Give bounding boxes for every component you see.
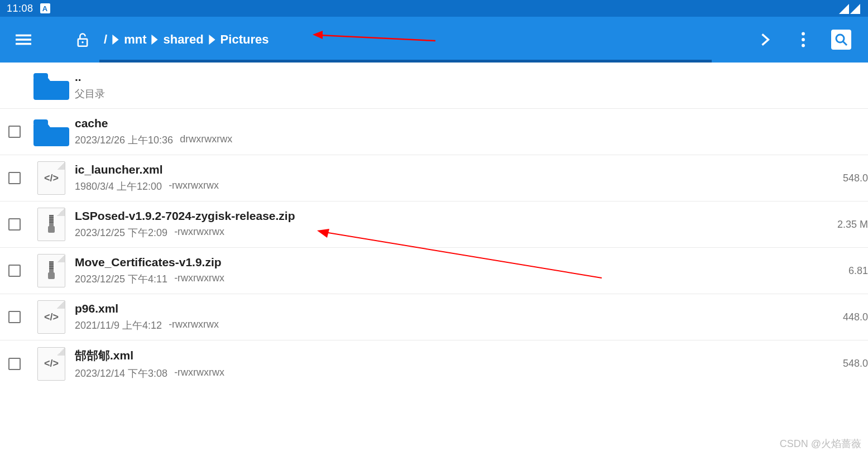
file-name: p96.xml	[75, 302, 829, 315]
file-size: 548.0	[829, 172, 868, 184]
file-perm: drwxrwxrwx	[180, 133, 232, 147]
search-icon	[835, 33, 848, 46]
lock-button[interactable]	[67, 24, 98, 55]
svg-point-13	[836, 35, 844, 42]
breadcrumb: / mnt shared Pictures	[104, 32, 268, 47]
svg-point-10	[802, 32, 805, 36]
svg-rect-16	[49, 215, 54, 216]
svg-marker-7	[113, 35, 119, 45]
status-keyboard-indicator: A	[40, 3, 50, 13]
list-item[interactable]: LSPosed-v1.9.2-7024-zygisk-release.zip 2…	[0, 201, 868, 248]
svg-rect-19	[49, 222, 54, 223]
checkbox[interactable]	[8, 358, 21, 370]
svg-marker-1	[850, 4, 860, 14]
chevron-right-icon	[208, 35, 216, 45]
status-right-icons	[839, 3, 861, 14]
file-date: 2023/12/14 下午3:08	[75, 367, 167, 380]
svg-rect-22	[49, 261, 54, 262]
breadcrumb-seg-pictures[interactable]: Pictures	[220, 32, 269, 47]
search-button[interactable]	[826, 24, 857, 55]
hamburger-icon	[16, 32, 31, 47]
list-item[interactable]: </> 郜郜郇.xml 2023/12/14 下午3:08 -rwxrwxrwx…	[0, 340, 868, 387]
file-list: .. 父目录 cache 2023/12/26 上午10:36 drwxrwxr…	[0, 63, 868, 387]
svg-rect-25	[49, 268, 54, 269]
parent-name: ..	[75, 70, 829, 84]
folder-icon	[33, 71, 69, 100]
file-name: ic_launcher.xml	[75, 163, 829, 176]
chevron-right-icon	[761, 33, 770, 46]
file-date: 2023/12/25 下午2:09	[75, 226, 167, 239]
file-name: LSPosed-v1.9.2-7024-zygisk-release.zip	[75, 209, 829, 223]
svg-rect-24	[49, 266, 54, 267]
xml-file-icon: </>	[37, 347, 65, 381]
svg-rect-18	[49, 219, 54, 220]
file-date: 2021/11/9 上午4:12	[75, 319, 162, 332]
breadcrumb-root[interactable]: /	[104, 32, 107, 47]
svg-rect-17	[49, 217, 54, 218]
toolbar-actions	[750, 24, 857, 55]
file-name: 郜郜郇.xml	[75, 348, 829, 363]
svg-marker-9	[209, 35, 215, 45]
file-name: Move_Certificates-v1.9.zip	[75, 256, 829, 269]
signal-icon	[839, 3, 861, 14]
more-vert-icon	[801, 32, 805, 47]
file-size: 448.0	[829, 311, 868, 323]
toolbar-underline	[99, 60, 712, 63]
watermark: CSDN @火焰蔷薇	[780, 437, 861, 450]
file-size: 2.35 M	[829, 219, 868, 231]
unlock-icon	[75, 31, 90, 48]
app-toolbar: / mnt shared Pictures	[0, 17, 868, 63]
svg-point-6	[81, 41, 84, 44]
file-perm: -rwxrwxrwx	[174, 367, 224, 380]
file-date: 2023/12/26 上午10:36	[75, 133, 173, 147]
status-time: 11:08	[7, 3, 33, 15]
breadcrumb-seg-mnt[interactable]: mnt	[124, 32, 146, 47]
xml-file-icon: </>	[37, 161, 65, 195]
list-item[interactable]: </> ic_launcher.xml 1980/3/4 上午12:00 -rw…	[0, 155, 868, 201]
checkbox[interactable]	[8, 218, 21, 231]
zip-file-icon	[37, 254, 65, 287]
parent-row[interactable]: .. 父目录	[0, 63, 868, 109]
file-name: cache	[75, 117, 829, 130]
file-perm: -rwxrwxrwx	[174, 272, 224, 286]
file-size: 548.0	[829, 358, 868, 369]
svg-marker-8	[152, 35, 158, 45]
list-item[interactable]: </> p96.xml 2021/11/9 上午4:12 -rwxrwxrwx …	[0, 294, 868, 340]
chevron-right-icon	[151, 35, 159, 45]
svg-rect-20	[48, 226, 55, 233]
file-perm: -rwxrwxrwx	[169, 319, 219, 332]
folder-icon	[33, 117, 69, 146]
svg-rect-2	[16, 35, 31, 36]
menu-button[interactable]	[8, 24, 39, 55]
list-item[interactable]: cache 2023/12/26 上午10:36 drwxrwxrwx	[0, 109, 868, 155]
more-button[interactable]	[788, 24, 819, 55]
svg-rect-3	[16, 39, 31, 41]
svg-rect-26	[48, 272, 55, 279]
svg-point-12	[802, 44, 805, 47]
xml-file-icon: </>	[37, 300, 65, 334]
checkbox[interactable]	[8, 126, 21, 138]
checkbox[interactable]	[8, 311, 21, 323]
zip-file-icon	[37, 208, 65, 241]
file-perm: -rwxrwxrwx	[174, 226, 224, 239]
svg-marker-0	[839, 4, 849, 14]
checkbox[interactable]	[8, 265, 21, 277]
forward-button[interactable]	[750, 24, 781, 55]
svg-rect-4	[16, 43, 31, 45]
file-size: 6.81	[829, 265, 868, 277]
breadcrumb-seg-shared[interactable]: shared	[163, 32, 203, 47]
svg-rect-23	[49, 263, 54, 265]
list-item[interactable]: Move_Certificates-v1.9.zip 2023/12/25 下午…	[0, 248, 868, 294]
status-bar: 11:08 A	[0, 0, 868, 17]
file-date: 1980/3/4 上午12:00	[75, 180, 162, 193]
checkbox[interactable]	[8, 172, 21, 184]
svg-line-14	[843, 41, 847, 45]
file-date: 2023/12/25 下午4:11	[75, 272, 167, 286]
chevron-right-icon	[112, 35, 119, 45]
svg-point-11	[802, 38, 805, 41]
file-perm: -rwxrwxrwx	[169, 180, 219, 193]
parent-label: 父目录	[75, 87, 105, 100]
